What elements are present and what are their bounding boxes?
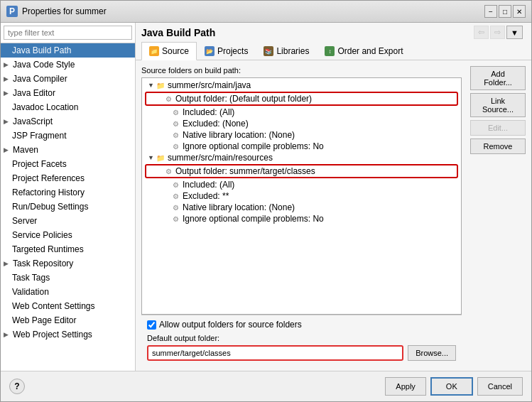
tree-item-ignore-2[interactable]: ⚙ Ignore optional compile problems: No <box>142 213 461 224</box>
minimize-button[interactable]: − <box>484 5 497 18</box>
folder-icon: 📁 <box>156 153 165 163</box>
tree-item-output-folder-2[interactable]: ⚙ Output folder: summer/target/classes <box>145 164 458 178</box>
sidebar-item-java-code-style[interactable]: ▶ Java Code Style <box>1 58 135 72</box>
sidebar-label-java-code-style: Java Code Style <box>13 60 75 70</box>
cancel-button[interactable]: Cancel <box>477 377 523 396</box>
tree-label-native-1: Native library location: (None) <box>183 130 295 140</box>
tree-item-src-main-resources[interactable]: ▼ 📁 summer/src/main/resources <box>142 152 461 163</box>
sidebar-label-validation: Validation <box>12 287 49 297</box>
tree-label-included-2: Included: (All) <box>183 180 234 190</box>
sidebar-item-project-references[interactable]: Project References <box>1 171 135 185</box>
tree-item-src-main-java[interactable]: ▼ 📁 summer/src/main/java <box>142 80 461 91</box>
sidebar-item-java-editor[interactable]: ▶ Java Editor <box>1 86 135 100</box>
gear-small-icon: ⚙ <box>170 107 180 117</box>
sidebar-item-web-page-editor[interactable]: Web Page Editor <box>1 313 135 327</box>
tree-item-excluded-2[interactable]: ⚙ Excluded: ** <box>142 190 461 202</box>
remove-button[interactable]: Remove <box>470 138 526 154</box>
allow-output-folders-checkbox[interactable] <box>147 320 156 330</box>
ok-button[interactable]: OK <box>430 377 473 396</box>
tree-container[interactable]: ▼ 📁 summer/src/main/java ⚙ Output folder… <box>141 77 462 315</box>
sidebar: Java Build Path ▶ Java Code Style ▶ Java… <box>1 23 136 371</box>
arrow-icon: ▶ <box>4 61 9 68</box>
tree-item-excluded-1[interactable]: ⚙ Excluded: (None) <box>142 118 461 129</box>
tree-item-native-1[interactable]: ⚙ Native library location: (None) <box>142 129 461 141</box>
sidebar-item-maven[interactable]: ▶ Maven <box>1 143 135 157</box>
sidebar-label-web-page-editor: Web Page Editor <box>12 315 77 325</box>
allow-output-folders-label: Allow output folders for source folders <box>159 320 302 330</box>
source-tab-icon: 📁 <box>149 46 159 56</box>
expand-arrow-icon: ▼ <box>148 154 154 161</box>
arrow-icon: ▶ <box>4 260 9 267</box>
folder-icon: 📁 <box>156 80 165 90</box>
tree-label-src-main-java: summer/src/main/java <box>168 80 251 90</box>
sidebar-item-java-compiler[interactable]: ▶ Java Compiler <box>1 72 135 86</box>
tree-item-native-2[interactable]: ⚙ Native library location: (None) <box>142 202 461 213</box>
tab-projects[interactable]: 📂 Projects <box>197 42 256 60</box>
tree-area: Source folders on build path: ▼ 📁 summer… <box>136 60 467 371</box>
footer-left: ? <box>9 379 25 394</box>
nav-back-button[interactable]: ⇦ <box>474 26 489 39</box>
sidebar-item-service-policies[interactable]: Service Policies <box>1 228 135 242</box>
gear-icon: ⚙ <box>163 166 173 176</box>
help-button[interactable]: ? <box>9 379 25 394</box>
browse-button[interactable]: Browse... <box>408 345 456 361</box>
projects-tab-icon: 📂 <box>205 46 215 56</box>
dialog-footer: ? Apply OK Cancel <box>1 371 531 401</box>
sidebar-label-maven: Maven <box>13 145 38 155</box>
sidebar-item-run-debug-settings[interactable]: Run/Debug Settings <box>1 200 135 214</box>
gear-small-icon: ⚙ <box>170 191 180 201</box>
arrow-icon: ▶ <box>4 146 9 153</box>
sidebar-label-project-facets: Project Facets <box>12 159 67 169</box>
sidebar-item-refactoring-history[interactable]: Refactoring History <box>1 185 135 200</box>
apply-button[interactable]: Apply <box>385 377 426 396</box>
tree-item-output-folder-1[interactable]: ⚙ Output folder: (Default output folder) <box>145 92 458 106</box>
sidebar-item-javascript[interactable]: ▶ JavaScript <box>1 114 135 129</box>
tab-source[interactable]: 📁 Source <box>141 42 197 60</box>
sidebar-item-server[interactable]: Server <box>1 214 135 228</box>
gear-small-icon: ⚙ <box>170 141 180 151</box>
filter-input[interactable] <box>4 26 132 40</box>
arrow-icon: ▶ <box>4 331 9 338</box>
gear-small-icon: ⚙ <box>170 202 180 212</box>
add-folder-button[interactable]: Add Folder... <box>470 66 526 90</box>
sidebar-item-validation[interactable]: Validation <box>1 285 135 299</box>
sidebar-item-task-tags[interactable]: Task Tags <box>1 271 135 285</box>
nav-forward-button[interactable]: ⇨ <box>490 26 505 39</box>
tab-libraries[interactable]: 📚 Libraries <box>256 42 317 60</box>
sidebar-item-web-project-settings[interactable]: ▶ Web Project Settings <box>1 327 135 342</box>
tree-panel: Source folders on build path: ▼ 📁 summer… <box>136 60 531 371</box>
gear-small-icon: ⚙ <box>170 180 180 190</box>
title-bar-left: P Properties for summer <box>6 6 107 17</box>
sidebar-item-task-repository[interactable]: ▶ Task Repository <box>1 256 135 271</box>
sidebar-label-web-content-settings: Web Content Settings <box>12 301 95 311</box>
sidebar-item-javadoc-location[interactable]: Javadoc Location <box>1 100 135 114</box>
tab-order-export[interactable]: ↕ Order and Export <box>317 42 411 60</box>
close-button[interactable]: ✕ <box>513 5 526 18</box>
sidebar-item-jsp-fragment[interactable]: JSP Fragment <box>1 129 135 143</box>
sidebar-item-targeted-runtimes[interactable]: Targeted Runtimes <box>1 242 135 256</box>
edit-button[interactable]: Edit... <box>470 120 526 136</box>
tree-label-ignore-1: Ignore optional compile problems: No <box>183 141 324 151</box>
default-folder-input[interactable] <box>147 345 403 361</box>
sidebar-item-web-content-settings[interactable]: Web Content Settings <box>1 299 135 313</box>
sidebar-label-targeted-runtimes: Targeted Runtimes <box>12 244 84 254</box>
nav-dropdown-button[interactable]: ▼ <box>506 26 523 39</box>
maximize-button[interactable]: □ <box>499 5 511 18</box>
tab-libraries-label: Libraries <box>276 46 309 56</box>
sidebar-label-javadoc-location: Javadoc Location <box>12 102 78 112</box>
dialog-icon: P <box>6 6 18 17</box>
order-tab-icon: ↕ <box>325 46 335 56</box>
main-panel: Java Build Path ⇦ ⇨ ▼ 📁 Source 📂 Project… <box>136 23 531 371</box>
sidebar-item-java-build-path[interactable]: Java Build Path <box>1 43 135 58</box>
tree-label-excluded-2: Excluded: ** <box>183 191 229 201</box>
tree-item-included-1[interactable]: ⚙ Included: (All) <box>142 107 461 118</box>
panel-header: Java Build Path ⇦ ⇨ ▼ <box>136 23 531 42</box>
link-source-button[interactable]: Link Source... <box>470 93 526 117</box>
footer-right: Apply OK Cancel <box>385 377 523 396</box>
tree-item-included-2[interactable]: ⚙ Included: (All) <box>142 179 461 190</box>
sidebar-item-project-facets[interactable]: Project Facets <box>1 157 135 171</box>
bottom-section: Allow output folders for source folders … <box>141 315 462 365</box>
arrow-icon: ▶ <box>4 75 9 82</box>
title-controls: − □ ✕ <box>484 5 526 18</box>
tree-item-ignore-1[interactable]: ⚙ Ignore optional compile problems: No <box>142 141 461 152</box>
